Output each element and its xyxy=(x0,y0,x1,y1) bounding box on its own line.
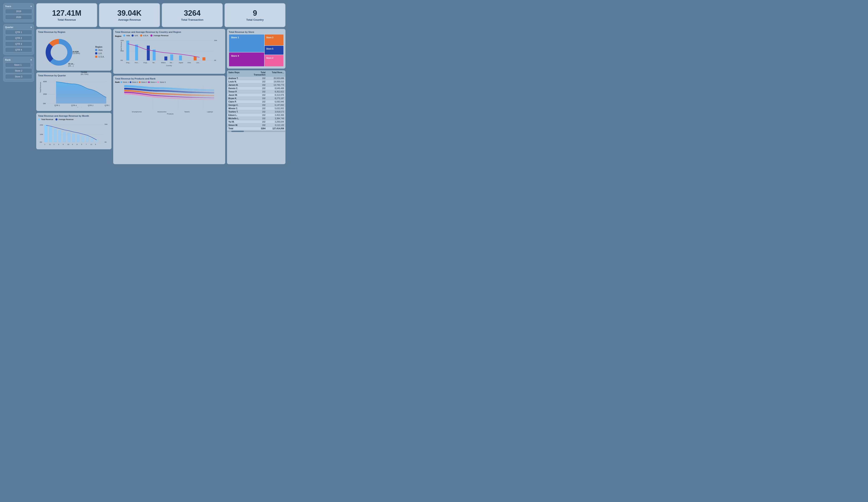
years-filter-group: Years ▼ 2019 2020 xyxy=(3,3,34,22)
bar-country-card: Total Revenue and Average Revenue by Cou… xyxy=(113,29,225,74)
svg-text:Store 1: Store 1 xyxy=(231,36,239,39)
kpi-row: 127.41M Total Revenue 39.04K Average Rev… xyxy=(36,3,286,27)
svg-text:Hon...: Hon... xyxy=(135,62,139,64)
svg-rect-24 xyxy=(44,125,48,142)
year-2020-button[interactable]: 2020 xyxy=(5,14,32,20)
products-legend-s3-label: Store 3 xyxy=(141,81,147,83)
qtr1-button[interactable]: QTR 1 xyxy=(5,30,32,35)
td-rev: 5,632,002 xyxy=(266,107,284,110)
products-chart-title: Total Revenue by Products and Rank xyxy=(115,78,224,80)
table-row: George C. 192 6,147,842 xyxy=(227,104,285,107)
years-label: Years xyxy=(5,5,11,8)
td-rev: 127,414,058 xyxy=(266,127,284,130)
td-trans: 192 xyxy=(250,84,266,86)
bar-country-legend: Region Asia U.K. U.S.A. xyxy=(115,34,224,38)
svg-text:Sing...: Sing... xyxy=(126,62,131,64)
store1-chevron-icon: › xyxy=(32,64,32,66)
monthly-legend-avg: Average Revenue xyxy=(55,119,74,121)
svg-text:0K: 0K xyxy=(105,141,107,143)
kpi-total-country-label: Total Country xyxy=(246,18,264,21)
td-rev: 20,920,686 xyxy=(266,77,284,80)
td-trans: 3264 xyxy=(250,127,266,130)
td-trans: 192 xyxy=(250,111,266,113)
svg-text:Japan: Japan xyxy=(179,62,183,64)
td-trans: 192 xyxy=(250,97,266,100)
quarter-chart-card: Total Revenue by Quarter 40M 20M 0M Tota… xyxy=(36,72,112,111)
td-trans: 192 xyxy=(250,117,266,120)
svg-text:Engl...: Engl... xyxy=(144,62,148,64)
svg-text:40M: 40M xyxy=(121,40,124,41)
kpi-total-country-value: 9 xyxy=(253,9,257,17)
svg-text:Country: Country xyxy=(166,65,172,66)
legend-asia: Asia xyxy=(95,49,104,51)
svg-text:7: 7 xyxy=(86,143,87,145)
qtr4-button[interactable]: QTR 4 xyxy=(5,47,32,52)
svg-text:Assessories: Assessories xyxy=(157,111,166,113)
donut-legend-title: Region xyxy=(95,46,104,48)
td-name: Jansen B. xyxy=(228,84,250,86)
svg-text:Las...: Las... xyxy=(196,62,200,64)
store3-button[interactable]: Store 3 xyxy=(5,74,32,79)
svg-rect-95 xyxy=(265,34,283,45)
svg-rect-31 xyxy=(76,134,80,142)
td-trans: 192 xyxy=(250,101,266,103)
svg-text:Smartphones: Smartphones xyxy=(132,111,142,113)
table-row: Louis N. 192 19,008,610 xyxy=(227,80,285,83)
legend-asia-label: Asia xyxy=(98,49,102,51)
svg-rect-60 xyxy=(135,44,138,60)
td-name: Edson L. xyxy=(228,114,250,116)
scrollbar-thumb[interactable] xyxy=(231,131,244,132)
bar-legend-avg-label: Average Revenue xyxy=(154,34,168,37)
svg-text:0M: 0M xyxy=(43,102,46,105)
kpi-total-revenue: 127.41M Total Revenue xyxy=(36,3,97,27)
qtr3-button[interactable]: QTR 3 xyxy=(5,41,32,47)
td-name: George C. xyxy=(228,104,250,106)
table-row: Michelle L. 192 3,384,749 xyxy=(227,117,285,120)
donut-chart-card: Total Revenue by Region 16.62M (13.05%) xyxy=(36,29,112,71)
svg-text:Total Revenue: Total Revenue xyxy=(40,82,41,93)
table-body[interactable]: Andrew T. 192 20,920,686 Louis N. 192 19… xyxy=(227,77,285,130)
products-legend-s4-label: Store 4 xyxy=(151,81,156,83)
rank-filter-group: Rank ▼ Store 1 › Store 2 Store 3 xyxy=(3,57,34,82)
svg-rect-34 xyxy=(90,138,94,142)
monthly-chart-card: Total Revenue and Average Revenue by Mon… xyxy=(36,113,112,149)
monthly-legend-avg-label: Average Revenue xyxy=(59,119,74,121)
svg-text:3: 3 xyxy=(58,143,59,145)
legend-uk: U.K. xyxy=(95,52,104,54)
legend-usa-label: U.S.A. xyxy=(98,55,104,58)
svg-rect-71 xyxy=(194,57,197,60)
qtr2-button[interactable]: QTR 2 xyxy=(5,35,32,41)
svg-text:10: 10 xyxy=(68,143,69,145)
td-rev: 8,273,187 xyxy=(266,97,284,100)
treemap-card: Total Revenue by Store Store 1 Store 3 S… xyxy=(227,29,286,69)
td-name: Winnie C. xyxy=(228,107,250,110)
table-row: Claire P. 192 6,930,946 xyxy=(227,100,285,104)
sidebar: Years ▼ 2019 2020 Quarter ▼ QTR 1 QTR 2 … xyxy=(3,3,34,164)
kpi-total-transaction: 3264 Total Transaction xyxy=(162,3,223,27)
td-name: Michelle L. xyxy=(228,117,250,120)
kpi-total-revenue-label: Total Revenue xyxy=(58,18,76,21)
svg-text:QTR 1: QTR 1 xyxy=(54,104,60,106)
products-legend-s5: Store 5 xyxy=(157,81,166,83)
horizontal-scrollbar[interactable] xyxy=(227,131,285,132)
td-rev: 3,453,300 xyxy=(266,114,284,116)
svg-text:Store 3: Store 3 xyxy=(266,37,273,39)
svg-text:Store 2: Store 2 xyxy=(266,57,273,59)
store1-button[interactable]: Store 1 xyxy=(5,62,31,67)
svg-text:Ne...: Ne... xyxy=(170,62,173,64)
svg-rect-27 xyxy=(58,130,62,142)
year-2019-button[interactable]: 2019 xyxy=(5,9,32,14)
products-legend-s2-label: Store 2 xyxy=(132,81,138,83)
td-rev: 3,919,573 xyxy=(266,111,284,113)
td-trans: 192 xyxy=(250,104,266,106)
table-row: Simon W. 192 3,112,132 xyxy=(227,124,285,127)
svg-text:Laptops: Laptops xyxy=(207,111,213,113)
products-legend-s5-label: Store 5 xyxy=(159,81,166,83)
store2-button[interactable]: Store 2 xyxy=(5,68,32,73)
svg-text:Store 5: Store 5 xyxy=(266,48,273,50)
td-rev: 3,206,644 xyxy=(266,121,284,123)
treemap-svg: Store 1 Store 3 Store 5 Store 4 xyxy=(229,34,283,66)
svg-text:Store 4: Store 4 xyxy=(231,54,239,57)
svg-text:QTR 2: QTR 2 xyxy=(88,104,93,106)
td-rev: 3,112,132 xyxy=(266,124,284,126)
